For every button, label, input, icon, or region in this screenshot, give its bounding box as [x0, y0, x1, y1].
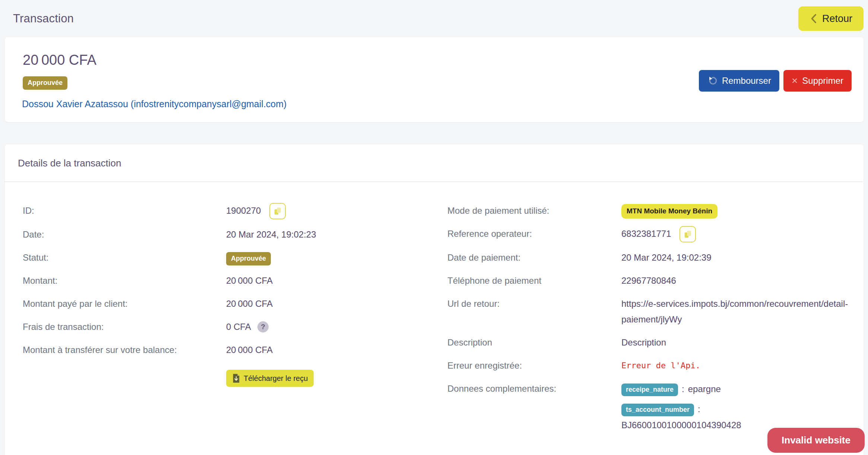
receipt-row: Télécharger le reçu	[23, 365, 447, 388]
copy-reference-button[interactable]	[679, 226, 696, 242]
file-download-icon	[232, 373, 240, 383]
data-key-badge: receipe_nature	[621, 384, 678, 396]
account-number-value: BJ6600100100000104390428	[621, 417, 741, 433]
balance-transfer-value: 20 000 CFA	[226, 342, 273, 358]
summary-info: 20 000 CFA Approuvée Dossou Xavier Azata…	[18, 51, 286, 109]
delete-button-label: Supprimer	[802, 76, 843, 86]
detail-row-error: Erreur enregistrée: Erreur de l'Api.	[447, 358, 852, 373]
refund-button-label: Rembourser	[722, 76, 771, 86]
chevron-left-icon	[810, 13, 818, 24]
detail-row-date: Date: 20 Mar 2024, 19:02:23	[23, 227, 447, 242]
detail-row-status: Statut: Approuvée	[23, 250, 447, 265]
topbar: Transaction Retour	[0, 0, 868, 37]
description-value: Description	[621, 335, 666, 350]
row-label: Montant à transférer sur votre balance:	[23, 342, 226, 358]
download-receipt-button[interactable]: Télécharger le reçu	[226, 370, 314, 387]
question-mark-icon[interactable]: ?	[257, 321, 269, 332]
row-label: Description	[447, 335, 621, 350]
row-label: Statut:	[23, 250, 226, 265]
detail-row-amount-paid: Montant payé par le client: 20 000 CFA	[23, 296, 447, 312]
transaction-details-card: Details de la transaction ID: 1900270	[5, 144, 864, 455]
invalid-website-toast[interactable]: Invalid website	[767, 428, 865, 453]
undo-icon	[707, 76, 717, 86]
row-label: Reference operateur:	[447, 226, 621, 243]
delete-button[interactable]: × Supprimer	[783, 70, 852, 92]
return-url-value: https://e-services.impots.bj/common/reco…	[621, 296, 852, 327]
extra-data-item: ts_account_number: BJ6600100100000104390…	[621, 401, 741, 433]
page-title: Transaction	[13, 12, 74, 25]
row-label: Date de paiement:	[447, 250, 621, 265]
detail-row-payment-date: Date de paiement: 20 Mar 2024, 19:02:39	[447, 250, 852, 265]
refund-button[interactable]: Rembourser	[699, 70, 779, 92]
separator: :	[682, 384, 684, 394]
extra-data-item: receipe_nature:epargne	[621, 381, 741, 397]
back-button-label: Retour	[822, 13, 852, 25]
fees-value: 0 CFA	[226, 322, 250, 332]
transaction-summary-card: 20 000 CFA Approuvée Dossou Xavier Azata…	[5, 37, 864, 122]
separator: :	[698, 404, 700, 414]
row-label: Url de retour:	[447, 296, 621, 327]
detail-row-id: ID: 1900270	[23, 203, 447, 220]
detail-row-description: Description Description	[447, 335, 852, 350]
row-label: Date:	[23, 227, 226, 242]
detail-row-operator-reference: Reference operateur: 6832381771	[447, 226, 852, 243]
details-left-column: ID: 1900270 Date: 20 Mar 2024,	[23, 203, 447, 445]
row-label: Erreur enregistrée:	[447, 358, 621, 373]
row-label: Montant:	[23, 273, 226, 289]
detail-row-payment-phone: Téléphone de paiement 22967780846	[447, 273, 852, 289]
copy-icon	[273, 206, 282, 216]
details-section-title: Details de la transaction	[5, 144, 864, 182]
amount-value: 20 000 CFA	[226, 273, 273, 289]
row-label: Frais de transaction:	[23, 319, 226, 335]
payment-method-badge: MTN Mobile Money Bénin	[621, 204, 717, 219]
summary-actions: Rembourser × Supprimer	[699, 70, 852, 92]
row-label: ID:	[23, 203, 226, 220]
row-label: Montant payé par le client:	[23, 296, 226, 312]
amount-paid-value: 20 000 CFA	[226, 296, 273, 312]
x-icon: ×	[792, 76, 798, 86]
back-button[interactable]: Retour	[798, 6, 864, 31]
detail-row-return-url: Url de retour: https://e-services.impots…	[447, 296, 852, 327]
payment-phone-value: 22967780846	[621, 273, 676, 289]
transaction-amount: 20 000 CFA	[23, 52, 286, 68]
detail-row-payment-mode: Mode de paiement utilisé: MTN Mobile Mon…	[447, 203, 852, 219]
download-receipt-label: Télécharger le reçu	[244, 374, 308, 383]
payment-date-value: 20 Mar 2024, 19:02:39	[621, 250, 712, 265]
data-key-badge: ts_account_number	[621, 404, 694, 416]
transaction-date-value: 20 Mar 2024, 19:02:23	[226, 227, 316, 242]
recorded-error-value: Erreur de l'Api.	[621, 358, 700, 373]
transaction-id-value: 1900270	[226, 206, 261, 216]
detail-row-amount: Montant: 20 000 CFA	[23, 273, 447, 289]
row-label: Donnees complementaires:	[447, 381, 621, 437]
operator-reference-value: 6832381771	[621, 229, 671, 239]
extra-data-value: epargne	[688, 384, 721, 394]
copy-id-button[interactable]	[269, 203, 286, 219]
status-badge: Approuvée	[226, 252, 271, 265]
copy-icon	[683, 229, 692, 239]
row-label: Téléphone de paiement	[447, 273, 621, 289]
row-label: Mode de paiement utilisé:	[447, 203, 621, 219]
status-badge: Approuvée	[23, 76, 67, 90]
detail-row-balance-transfer: Montant à transférer sur votre balance: …	[23, 342, 447, 358]
details-right-column: Mode de paiement utilisé: MTN Mobile Mon…	[447, 203, 852, 445]
detail-row-fees: Frais de transaction: 0 CFA ?	[23, 319, 447, 335]
customer-email-link[interactable]: Dossou Xavier Azatassou (infostrenitycom…	[22, 99, 286, 109]
